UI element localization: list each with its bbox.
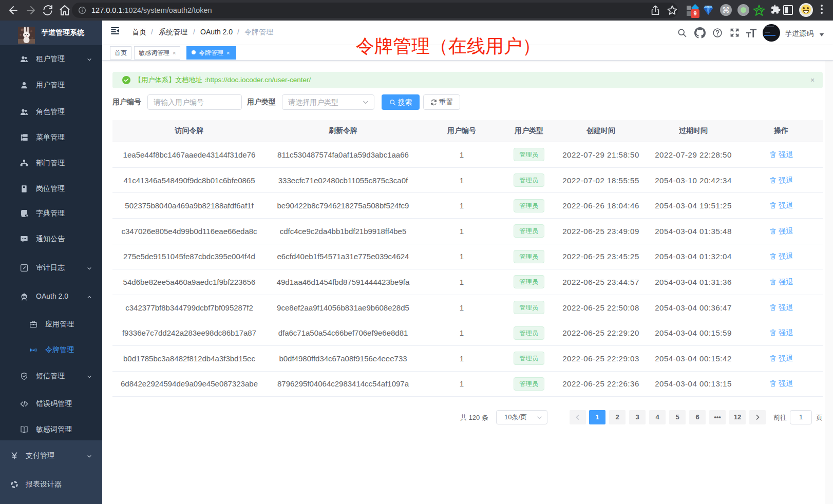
svg-text:a: a — [33, 348, 34, 352]
